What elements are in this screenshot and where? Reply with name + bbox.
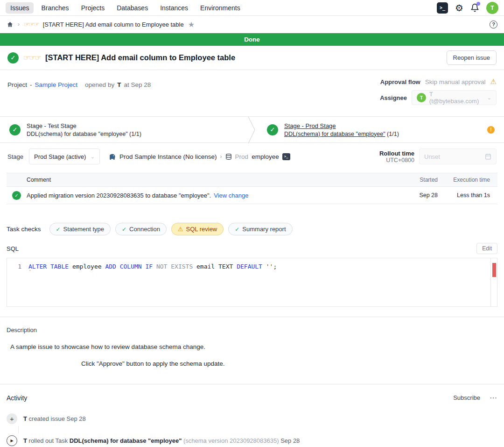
status-banner: Done — [0, 33, 504, 46]
check-pill-label: Statement type — [63, 226, 104, 233]
header-comment: Comment — [27, 177, 405, 183]
table-row: ✓ Applied migration version 202309280836… — [7, 187, 497, 204]
sql-editor[interactable]: 1 ALTER TABLE employee ADD COLUMN IF NOT… — [7, 258, 497, 307]
db-name-link[interactable]: employee — [252, 153, 279, 160]
sql-token: NOT EXISTS — [156, 263, 196, 270]
database-icon — [225, 153, 232, 160]
check-warning-icon: ⚠ — [178, 226, 183, 233]
project-line: Project - Sample Project opened by T at … — [7, 78, 151, 89]
plus-circle-icon: + — [7, 413, 17, 424]
activity-action: rolled out Task — [29, 437, 70, 444]
row-comment: Applied migration version 20230928083635… — [27, 192, 211, 199]
sql-label: SQL — [7, 245, 19, 252]
stage-check-icon: ✓ — [9, 124, 21, 135]
sql-token: employee — [72, 263, 105, 270]
activity-version: (schema version 20230928083635) — [183, 437, 280, 444]
stage-alert-icon[interactable]: ! — [487, 126, 495, 134]
check-pill-summary-report[interactable]: ✓ Summary report — [228, 223, 292, 235]
check-success-icon: ✓ — [56, 226, 61, 233]
reopen-issue-button[interactable]: Reopen issue — [447, 50, 497, 65]
stage-select-label: Stage — [7, 153, 23, 160]
assignee-avatar: T — [417, 93, 426, 102]
assignee-label: Assignee — [380, 94, 407, 101]
sql-token: DEFAULT — [237, 263, 266, 270]
instance-link[interactable]: Prod Sample Instance (No license) — [119, 153, 217, 160]
view-change-link[interactable]: View change — [214, 192, 248, 199]
pointer-emoji: ☞☞☞ — [24, 21, 39, 28]
activity-actor: T — [23, 437, 29, 444]
nav-item-branches[interactable]: Branches — [36, 2, 73, 14]
check-pill-statement-type[interactable]: ✓ Statement type — [49, 223, 111, 235]
activity-section: Activity Subscribe ⋯ + T created issue S… — [0, 384, 504, 447]
nav-item-projects[interactable]: Projects — [77, 2, 110, 14]
warning-triangle-icon: ⚠ — [490, 78, 497, 86]
help-icon[interactable]: ? — [490, 21, 497, 28]
activity-time: Sep 28 — [280, 437, 300, 444]
nav-item-databases[interactable]: Databases — [112, 2, 153, 14]
project-separator: - — [30, 81, 32, 88]
assignee-select[interactable]: T T (t@bytebase.com) ⌄ — [412, 90, 497, 105]
calendar-icon — [485, 153, 491, 160]
check-success-icon: ✓ — [122, 226, 126, 233]
stage-chevron-divider — [246, 117, 258, 143]
row-started: Sep 28 — [405, 192, 438, 199]
stage-task-link[interactable]: DDL(schema) for database "employee" — [284, 131, 385, 137]
rollout-time-input[interactable]: Unset — [419, 149, 497, 164]
stage-select[interactable]: Prod Stage (active) ⌄ — [29, 149, 100, 164]
nav-items: Issues Branches Projects Databases Insta… — [6, 2, 245, 14]
rollout-time-block: Rollout time UTC+0800 Unset — [379, 149, 497, 164]
activity-item-rollout: ▶ T rolled out Task DDL(schema) for data… — [7, 435, 497, 446]
project-link[interactable]: Sample Project — [35, 81, 78, 88]
check-pill-sql-review[interactable]: ⚠ SQL review — [171, 223, 224, 235]
stage-subtitle: DDL(schema) for database "employee" (1/1… — [27, 131, 141, 137]
sql-section-header: SQL Edit — [0, 235, 504, 254]
rollout-time-value: Unset — [424, 153, 440, 160]
opener-name: T — [117, 81, 121, 88]
editor-overview-ruler[interactable] — [490, 258, 497, 306]
rollout-timezone: UTC+0800 — [379, 157, 414, 163]
activity-menu-icon[interactable]: ⋯ — [490, 393, 497, 402]
home-icon[interactable] — [7, 21, 14, 28]
activity-action: created issue — [29, 415, 67, 422]
stage-detail-bar: Stage Prod Stage (active) ⌄ Prod Sample … — [0, 143, 504, 170]
sql-warning-marker: ˆ — [28, 271, 32, 275]
gear-icon[interactable]: ⚙ — [455, 3, 463, 13]
stage-task-count: (1/1) — [387, 131, 399, 137]
stage-title-link[interactable]: Stage - Prod Stage — [284, 122, 399, 129]
nav-item-environments[interactable]: Environments — [196, 2, 245, 14]
sql-edit-button[interactable]: Edit — [476, 243, 497, 254]
task-checks-label: Task checks — [7, 226, 41, 233]
header-execution-time: Execution time — [438, 177, 490, 183]
header-started: Started — [405, 177, 438, 183]
sql-token: '' — [266, 263, 273, 270]
stage-cell-prod[interactable]: ✓ Stage - Prod Stage DDL(schema) for dat… — [258, 117, 504, 142]
issue-meta: Project - Sample Project opened by T at … — [0, 70, 504, 116]
check-pill-connection[interactable]: ✓ Connection — [115, 223, 167, 235]
nav-item-issues[interactable]: Issues — [6, 2, 34, 14]
db-env-prefix: Prod — [235, 153, 249, 160]
notification-bell[interactable] — [470, 3, 479, 12]
subscribe-button[interactable]: Subscribe — [453, 394, 480, 401]
activity-item-created: + T created issue Sep 28 — [7, 413, 497, 424]
stage-tracker: ✓ Stage - Test Stage DDL(schema) for dat… — [0, 116, 504, 143]
nav-item-instances[interactable]: Instances — [155, 2, 193, 14]
description-text: A sample issue to showcase how to review… — [10, 343, 497, 350]
stage-title: Stage - Test Stage — [27, 122, 141, 129]
sql-editor-icon[interactable]: >_ — [437, 2, 448, 14]
assignee-row: Assignee T T (t@bytebase.com) ⌄ — [380, 90, 497, 105]
breadcrumb-separator: › — [220, 153, 222, 160]
activity-time: Sep 28 — [67, 415, 86, 422]
issue-done-icon: ✓ — [7, 52, 19, 64]
user-avatar[interactable]: T — [486, 2, 498, 14]
stage-cell-test[interactable]: ✓ Stage - Test Stage DDL(schema) for dat… — [0, 117, 246, 142]
row-success-icon: ✓ — [12, 191, 21, 200]
star-icon[interactable]: ★ — [188, 20, 195, 29]
open-sql-editor-icon[interactable]: >_ — [282, 153, 290, 160]
activity-actor: T — [23, 415, 29, 422]
sql-token: ; — [273, 263, 277, 270]
timeline-connector — [18, 426, 19, 433]
approval-flow-value: Skip manual approval — [425, 78, 486, 85]
check-pill-label: Connection — [129, 226, 160, 233]
approval-flow-label: Approval flow — [380, 78, 420, 85]
description-text: Click "Approve" button to apply the sche… — [81, 360, 497, 367]
